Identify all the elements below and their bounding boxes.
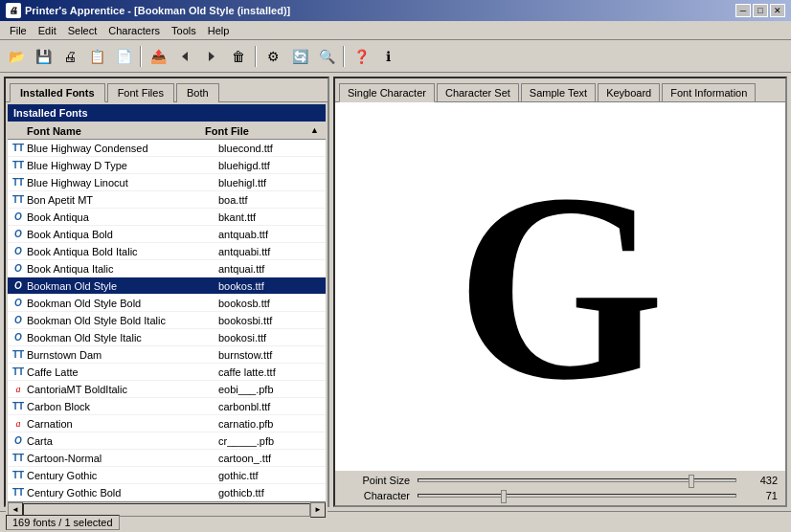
scroll-right-btn[interactable]: ► [310,502,326,518]
font-file: antquai.ttf [218,263,324,275]
font-file: eobi___.pfb [218,384,324,395]
font-file: bookosb.ttf [218,298,324,309]
help-btn[interactable]: ❓ [349,44,373,69]
font-row[interactable]: O Carta cr_____.pfb [8,432,326,450]
table-header: Font Name Font File ▲ [8,123,326,140]
font-name: Century Gothic [27,470,218,481]
title-bar: 🖨 Printer's Apprentice - [Bookman Old St… [0,0,791,21]
info-btn[interactable]: ℹ [375,44,400,69]
font-type-icon: O [10,246,27,256]
tab-font-information[interactable]: Font Information [662,83,756,102]
font-type-icon: O [10,229,27,239]
font-file: bluecond.ttf [218,143,324,154]
tab-single-character[interactable]: Single Character [339,83,435,102]
font-file: carbonbl.ttf [218,401,324,412]
menu-characters[interactable]: Characters [102,23,166,38]
statusbar: 169 fonts / 1 selected [0,511,791,532]
font-type-icon: O [10,298,27,308]
font-row[interactable]: O Book Antiqua Bold antquab.ttf [8,226,326,243]
refresh-btn[interactable]: 🔄 [287,44,312,69]
toolbar-sep-2 [255,46,257,67]
font-name: Carbon Block [27,401,218,412]
right-tab-bar: Single Character Character Set Sample Te… [335,78,785,101]
open-folder-btn[interactable]: 📂 [4,44,29,69]
toolbar-sep-1 [140,46,142,67]
font-file: bluehigl.ttf [218,177,324,188]
tab-sample-text[interactable]: Sample Text [521,83,596,102]
font-name: Bookman Old Style Bold [27,298,218,309]
font-type-icon: TT [10,143,27,153]
save-btn[interactable]: 💾 [31,44,56,69]
toolbar: 📂 💾 🖨 📋 📄 📤 🗑 ⚙ 🔄 🔍 ❓ ℹ [0,40,791,73]
font-row[interactable]: O Bookman Old Style Italic bookosi.ttf [8,329,326,346]
font-file: carnatio.pfb [218,418,324,430]
menu-help[interactable]: Help [202,23,236,38]
font-row[interactable]: O Bookman Old Style bookos.ttf [8,277,326,295]
font-row[interactable]: O Book Antiqua Bold Italic antquabi.ttf [8,243,326,260]
font-type-icon: a [10,384,27,394]
properties-btn[interactable]: 📋 [84,44,109,69]
svg-marker-1 [209,52,215,61]
tab-installed-fonts[interactable]: Installed Fonts [10,83,105,102]
font-file: antquab.ttf [218,229,324,240]
menu-file[interactable]: File [4,23,33,38]
font-file: boa.ttf [218,194,324,206]
menu-select[interactable]: Select [62,23,103,38]
menu-tools[interactable]: Tools [166,23,202,38]
font-row[interactable]: TT Blue Highway Linocut bluehigl.ttf [8,174,326,191]
right-panel: Single Character Character Set Sample Te… [333,77,787,507]
tab-character-set[interactable]: Character Set [437,83,519,102]
character-row: Character 71 [343,490,778,501]
left-tab-bar: Installed Fonts Font Files Both [6,78,328,101]
character-slider[interactable] [418,494,736,498]
point-size-value: 432 [744,475,778,486]
maximize-button[interactable]: □ [753,4,768,17]
font-row[interactable]: a CantoriaMT BoldItalic eobi___.pfb [8,381,326,398]
point-size-slider[interactable] [418,478,736,482]
font-file: gothicb.ttf [218,487,324,499]
font-row[interactable]: TT Caffe Latte caffe latte.ttf [8,364,326,381]
browse-fwd-btn[interactable] [199,44,224,69]
tab-font-files[interactable]: Font Files [107,83,174,102]
col-file-header[interactable]: Font File [205,125,310,137]
print-btn[interactable]: 🖨 [57,44,82,69]
minimize-button[interactable]: ─ [735,4,751,17]
browse-back-btn[interactable] [172,44,197,69]
delete-btn[interactable]: 🗑 [226,44,251,69]
font-list[interactable]: TT Blue Highway Condensed bluecond.ttf T… [8,140,326,501]
font-type-icon: TT [10,487,27,498]
settings-btn[interactable]: ⚙ [260,44,285,69]
font-row[interactable]: O Bookman Old Style Bold bookosb.ttf [8,295,326,312]
font-row[interactable]: O Book Antiqua Italic antquai.ttf [8,260,326,277]
tab-keyboard[interactable]: Keyboard [598,83,660,102]
font-row[interactable]: TT Blue Highway D Type bluehigd.ttf [8,157,326,174]
font-file: bluehigd.ttf [218,160,324,171]
font-type-icon: a [10,418,27,429]
main-content: Installed Fonts Font Files Both Installe… [0,73,791,511]
font-name: Caffe Latte [27,366,218,378]
font-row[interactable]: TT Century Gothic Bold gothicb.ttf [8,484,326,501]
font-row[interactable]: TT Blue Highway Condensed bluecond.ttf [8,140,326,157]
font-row[interactable]: O Bookman Old Style Bold Italic bookosbi… [8,312,326,329]
col-name-header[interactable]: Font Name [27,125,205,137]
menu-edit[interactable]: Edit [33,23,62,38]
character-thumb[interactable] [501,490,507,503]
font-row[interactable]: TT Burnstown Dam burnstow.ttf [8,346,326,364]
point-size-thumb[interactable] [689,475,694,488]
font-row[interactable]: TT Bon Apetit MT boa.ttf [8,191,326,209]
tab-both[interactable]: Both [176,83,219,102]
copy-btn[interactable]: 📄 [111,44,136,69]
font-type-icon: TT [10,470,27,480]
font-file: bookosbi.ttf [218,315,324,326]
font-type-icon: O [10,315,27,325]
close-button[interactable]: ✕ [770,4,785,17]
font-row[interactable]: O Book Antiqua bkant.ttf [8,209,326,226]
font-row[interactable]: a Carnation carnatio.pfb [8,415,326,432]
export-btn[interactable]: 📤 [146,44,170,69]
font-type-icon: O [10,211,27,222]
font-file: burnstow.ttf [218,349,324,361]
preview-btn[interactable]: 🔍 [314,44,339,69]
font-row[interactable]: TT Century Gothic gothic.ttf [8,467,326,484]
font-row[interactable]: TT Carbon Block carbonbl.ttf [8,398,326,415]
font-row[interactable]: TT Cartoon-Normal cartoon_.ttf [8,450,326,467]
